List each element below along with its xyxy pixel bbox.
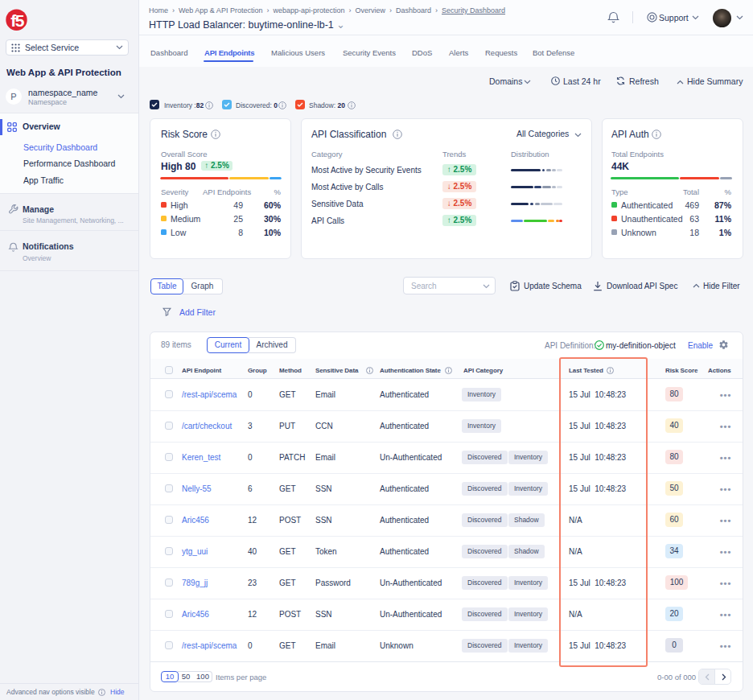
svg-text:f5: f5 — [10, 11, 24, 30]
